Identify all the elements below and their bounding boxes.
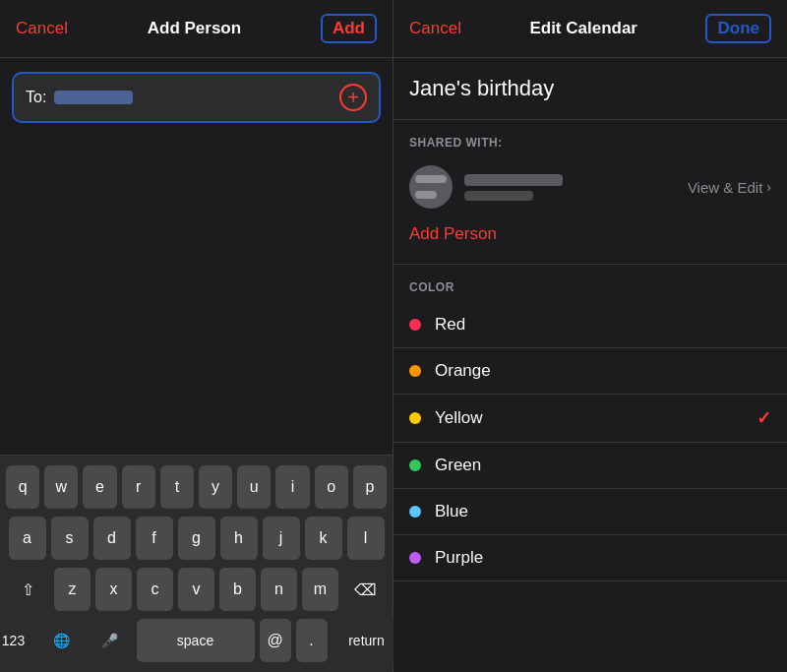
color-section: COLOR RedOrangeYellow✓GreenBluePurple — [394, 265, 787, 589]
key-g[interactable]: g — [178, 517, 215, 560]
color-label-red: Red — [435, 315, 771, 335]
person-avatar — [409, 165, 453, 209]
color-label-purple: Purple — [435, 548, 771, 568]
keyboard-spacer — [0, 137, 393, 455]
dot-key[interactable]: . — [296, 619, 328, 662]
at-key[interactable]: @ — [260, 619, 291, 662]
key-n[interactable]: n — [261, 568, 297, 611]
key-b[interactable]: b — [219, 568, 256, 611]
color-row-purple[interactable]: Purple — [394, 535, 787, 581]
backspace-key[interactable]: ⌫ — [343, 568, 387, 611]
keyboard-row-4: 123 🌐 🎤 space @ . return — [6, 619, 387, 662]
key-y[interactable]: y — [199, 465, 232, 509]
key-c[interactable]: c — [137, 568, 173, 611]
color-row-green[interactable]: Green — [394, 443, 787, 489]
num-key[interactable]: 123 — [0, 619, 35, 662]
calendar-name-section: Jane's birthday — [394, 58, 787, 120]
shift-key[interactable]: ⇧ — [6, 568, 49, 611]
color-label-orange: Orange — [435, 361, 771, 381]
key-i[interactable]: i — [275, 465, 309, 509]
key-u[interactable]: u — [237, 465, 271, 509]
add-person-button[interactable]: Add Person — [394, 216, 513, 252]
key-r[interactable]: r — [122, 465, 155, 509]
key-w[interactable]: w — [44, 465, 78, 509]
return-key[interactable]: return — [333, 619, 401, 662]
color-row-yellow[interactable]: Yellow✓ — [394, 395, 787, 443]
done-button[interactable]: Done — [705, 14, 771, 43]
chevron-right-icon: › — [766, 179, 771, 195]
color-dot-orange — [409, 365, 421, 377]
key-f[interactable]: f — [136, 517, 173, 560]
color-row-orange[interactable]: Orange — [394, 348, 787, 395]
key-h[interactable]: h — [220, 517, 258, 560]
key-a[interactable]: a — [9, 517, 46, 560]
key-l[interactable]: l — [347, 517, 385, 560]
color-section-label: COLOR — [394, 265, 787, 302]
key-e[interactable]: e — [83, 465, 116, 509]
color-label-yellow: Yellow — [435, 408, 757, 428]
blur-line-1 — [415, 175, 447, 183]
keyboard-row-1: q w e r t y u i o p — [6, 465, 387, 509]
key-q[interactable]: q — [6, 465, 39, 509]
space-key[interactable]: space — [137, 619, 255, 662]
view-edit-label: View & Edit — [688, 179, 762, 196]
color-dot-yellow — [409, 412, 421, 424]
globe-key[interactable]: 🌐 — [40, 619, 84, 662]
key-p[interactable]: p — [353, 465, 387, 509]
key-v[interactable]: v — [178, 568, 214, 611]
to-label: To: — [26, 89, 46, 106]
key-t[interactable]: t — [160, 465, 194, 509]
key-o[interactable]: o — [315, 465, 348, 509]
color-list: RedOrangeYellow✓GreenBluePurple — [394, 302, 787, 581]
add-person-panel: Cancel Add Person Add To: + q w e r t y … — [0, 0, 394, 672]
person-info — [464, 174, 688, 201]
key-x[interactable]: x — [95, 568, 132, 611]
keyboard-row-2: a s d f g h j k l — [6, 517, 387, 560]
color-row-red[interactable]: Red — [394, 302, 787, 348]
key-z[interactable]: z — [54, 568, 91, 611]
right-header: Cancel Edit Calendar Done — [394, 0, 787, 58]
color-dot-green — [409, 459, 421, 471]
left-title: Add Person — [148, 19, 241, 38]
mic-key[interactable]: 🎤 — [89, 619, 132, 662]
key-d[interactable]: d — [93, 517, 131, 560]
color-row-blue[interactable]: Blue — [394, 489, 787, 535]
person-sub-blur — [464, 191, 533, 201]
plus-circle-button[interactable]: + — [339, 84, 367, 111]
to-blurred-input-value — [54, 91, 133, 104]
person-name-blur — [464, 174, 563, 186]
shared-with-label: SHARED WITH: — [394, 120, 787, 157]
checkmark-icon: ✓ — [757, 407, 771, 429]
left-cancel-button[interactable]: Cancel — [16, 19, 68, 38]
keyboard-row-3: ⇧ z x c v b n m ⌫ — [6, 568, 387, 611]
view-edit-button[interactable]: View & Edit › — [688, 179, 771, 196]
color-dot-purple — [409, 552, 421, 564]
color-label-green: Green — [435, 456, 771, 475]
blur-line-2 — [415, 191, 437, 199]
color-dot-red — [409, 319, 421, 331]
color-label-blue: Blue — [435, 502, 771, 521]
add-button[interactable]: Add — [321, 14, 377, 43]
shared-with-section: SHARED WITH: View & Edit › Add Person — [394, 120, 787, 265]
to-input-area[interactable] — [54, 91, 339, 104]
color-dot-blue — [409, 506, 421, 518]
key-j[interactable]: j — [263, 517, 300, 560]
calendar-name: Jane's birthday — [409, 76, 554, 100]
key-k[interactable]: k — [305, 517, 342, 560]
to-field-container: To: + — [12, 72, 381, 123]
keyboard: q w e r t y u i o p a s d f g h j k l ⇧ … — [0, 455, 393, 672]
key-m[interactable]: m — [302, 568, 338, 611]
edit-calendar-panel: Cancel Edit Calendar Done Jane's birthda… — [394, 0, 787, 672]
right-cancel-button[interactable]: Cancel — [409, 19, 461, 38]
right-title: Edit Calendar — [529, 19, 637, 38]
shared-person-row: View & Edit › — [394, 157, 787, 216]
left-header: Cancel Add Person Add — [0, 0, 393, 58]
key-s[interactable]: s — [51, 517, 89, 560]
